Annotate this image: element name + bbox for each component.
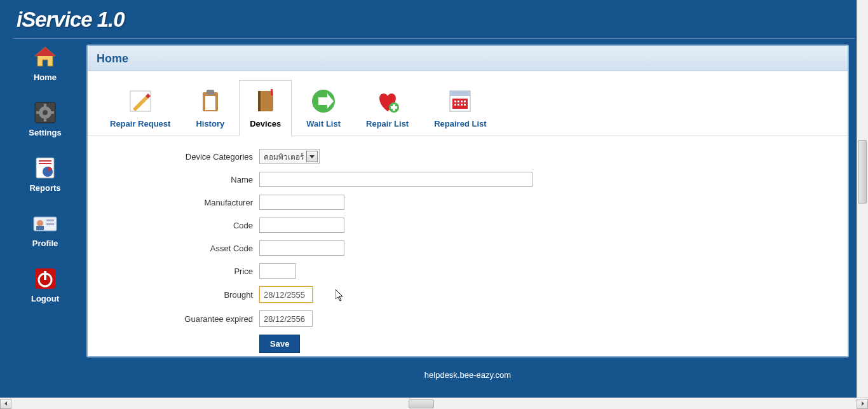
scrollbar-thumb[interactable] bbox=[858, 140, 867, 204]
name-input[interactable] bbox=[259, 172, 532, 187]
manufacturer-input[interactable] bbox=[259, 195, 344, 210]
svg-marker-48 bbox=[4, 401, 7, 406]
select-value: คอมพิวเตอร์ bbox=[264, 151, 304, 163]
tab-label: Repair List bbox=[366, 119, 409, 128]
header-divider bbox=[13, 38, 855, 39]
label-price: Price bbox=[113, 267, 259, 276]
guarantee-expired-input[interactable] bbox=[259, 310, 313, 327]
svg-rect-38 bbox=[454, 101, 456, 102]
svg-rect-8 bbox=[51, 111, 54, 114]
tab-label: Wait List bbox=[306, 119, 341, 128]
svg-rect-40 bbox=[461, 101, 463, 102]
svg-marker-1 bbox=[35, 47, 55, 56]
sidebar-item-label: Reports bbox=[29, 183, 60, 193]
sidebar-item-reports[interactable]: Reports bbox=[29, 155, 60, 193]
svg-rect-43 bbox=[458, 104, 459, 106]
svg-rect-39 bbox=[458, 101, 459, 102]
calendar-icon bbox=[446, 87, 474, 115]
svg-rect-34 bbox=[391, 106, 397, 109]
chevron-down-icon bbox=[306, 151, 318, 162]
svg-rect-44 bbox=[461, 104, 463, 106]
svg-rect-15 bbox=[36, 226, 44, 230]
svg-point-4 bbox=[43, 110, 48, 115]
sidebar-item-home[interactable]: Home bbox=[32, 45, 58, 82]
save-button[interactable]: Save bbox=[259, 335, 300, 353]
footer-text: helpdesk.bee-eazy.com bbox=[86, 370, 849, 380]
scrollbar-track[interactable] bbox=[11, 399, 857, 409]
logout-icon bbox=[32, 266, 58, 291]
tab-history[interactable]: History bbox=[185, 80, 235, 135]
svg-rect-5 bbox=[44, 104, 46, 107]
tab-repair-list[interactable]: Repair List bbox=[355, 80, 419, 135]
tab-label: History bbox=[196, 119, 224, 128]
note-edit-icon bbox=[126, 87, 154, 115]
sidebar-item-settings[interactable]: Settings bbox=[29, 100, 61, 137]
clipboard-icon bbox=[196, 87, 224, 115]
sidebar-item-label: Profile bbox=[32, 239, 58, 248]
label-manufacturer: Manufacturer bbox=[113, 198, 259, 207]
tab-repaired-list[interactable]: Repaired List bbox=[423, 80, 497, 135]
svg-marker-49 bbox=[862, 401, 864, 406]
tab-devices[interactable]: Devices bbox=[239, 80, 292, 136]
svg-point-14 bbox=[37, 220, 43, 226]
panel-title: Home bbox=[97, 52, 839, 66]
svg-rect-42 bbox=[454, 104, 456, 106]
svg-rect-26 bbox=[207, 90, 214, 95]
svg-rect-16 bbox=[46, 219, 54, 221]
sidebar: Home Settings Reports Profile Logout bbox=[17, 45, 74, 321]
app-title: iService 1.0 bbox=[5, 0, 863, 38]
svg-rect-10 bbox=[39, 160, 51, 162]
svg-rect-41 bbox=[464, 101, 466, 102]
svg-marker-46 bbox=[309, 155, 315, 158]
svg-rect-29 bbox=[271, 89, 273, 95]
tab-label: Devices bbox=[250, 119, 281, 128]
svg-rect-20 bbox=[44, 271, 46, 280]
scrollbar-thumb[interactable] bbox=[409, 399, 434, 408]
scroll-right-button[interactable] bbox=[857, 399, 868, 409]
device-form: Device Categories คอมพิวเตอร์ Name Manuf… bbox=[88, 136, 848, 353]
panel-header: Home bbox=[88, 46, 848, 71]
heart-plus-icon bbox=[374, 87, 402, 115]
sidebar-item-label: Logout bbox=[31, 294, 59, 303]
svg-rect-6 bbox=[44, 118, 46, 121]
gear-icon bbox=[32, 100, 58, 125]
book-icon bbox=[252, 87, 280, 115]
device-categories-select[interactable]: คอมพิวเตอร์ bbox=[259, 149, 320, 164]
sidebar-item-label: Settings bbox=[29, 128, 61, 137]
tab-wait-list[interactable]: Wait List bbox=[295, 80, 351, 135]
label-asset-code: Asset Code bbox=[113, 244, 259, 253]
horizontal-scrollbar[interactable] bbox=[0, 398, 868, 409]
svg-rect-11 bbox=[39, 163, 51, 164]
sidebar-item-profile[interactable]: Profile bbox=[32, 211, 58, 248]
svg-rect-28 bbox=[258, 91, 261, 111]
price-input[interactable] bbox=[259, 263, 296, 279]
home-icon bbox=[32, 45, 58, 70]
toolbar: Repair Request History Devices Wait List bbox=[88, 71, 848, 136]
label-name: Name bbox=[113, 175, 259, 184]
profile-icon bbox=[32, 211, 58, 236]
svg-rect-7 bbox=[36, 111, 39, 114]
svg-rect-36 bbox=[450, 91, 470, 96]
main-panel: Home Repair Request History Devices bbox=[86, 45, 849, 357]
code-input[interactable] bbox=[259, 218, 344, 233]
vertical-scrollbar[interactable] bbox=[857, 0, 868, 398]
label-device-categories: Device Categories bbox=[113, 152, 259, 162]
label-brought: Brought bbox=[113, 290, 259, 300]
svg-rect-25 bbox=[205, 96, 215, 110]
report-icon bbox=[32, 155, 58, 181]
sidebar-item-logout[interactable]: Logout bbox=[31, 266, 59, 303]
arrow-right-icon bbox=[309, 87, 337, 115]
brought-input[interactable] bbox=[259, 286, 313, 303]
sidebar-item-label: Home bbox=[34, 73, 57, 82]
tab-label: Repair Request bbox=[110, 119, 170, 128]
scroll-left-button[interactable] bbox=[0, 399, 11, 409]
label-guarantee-expired: Guarantee expired bbox=[113, 314, 259, 324]
asset-code-input[interactable] bbox=[259, 240, 344, 256]
tab-repair-request[interactable]: Repair Request bbox=[99, 80, 181, 135]
label-code: Code bbox=[113, 221, 259, 230]
svg-rect-45 bbox=[464, 104, 466, 106]
svg-rect-17 bbox=[46, 223, 54, 225]
tab-label: Repaired List bbox=[434, 119, 486, 128]
